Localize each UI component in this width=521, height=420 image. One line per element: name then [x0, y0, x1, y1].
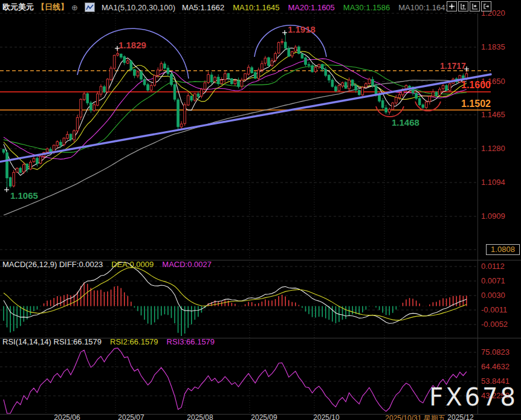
date-label: 2025/07	[118, 413, 144, 420]
forex-chart-app: 欧元美元 【日线】 ⊕ MA1(5,10,20,30,100) MA5:1.16…	[0, 0, 521, 420]
ma-value-label: MA20:1.1605	[288, 3, 335, 12]
price-annotation: 1.1829	[118, 40, 146, 50]
chart-toolbar	[447, 1, 491, 11]
date-label: 2025/10/31 星期五	[385, 413, 445, 420]
axis-label: -0.0011	[481, 305, 507, 314]
ma-value-label: MA30:1.1586	[343, 3, 390, 12]
macd-panel	[4, 262, 467, 336]
move-icon[interactable]	[447, 1, 457, 11]
axis-label: 0.0030	[481, 291, 505, 300]
chart-title-bar: 欧元美元 【日线】 ⊕ MA1(5,10,20,30,100) MA5:1.16…	[2, 2, 450, 13]
exit-chart-icon[interactable]	[481, 1, 491, 11]
scale-x-axis-icon[interactable]	[470, 1, 480, 11]
period-label[interactable]: 【日线】	[37, 2, 68, 13]
macd-diff-line	[4, 262, 467, 323]
rsi-header: RSI(14,14,14) RSI1:66.1579RSI2:66.1579RS…	[2, 337, 215, 346]
circle-plus-icon[interactable]: ⊕	[71, 3, 78, 12]
axis-label: 1.1280	[481, 144, 505, 153]
price-annotation: 1.1065	[10, 190, 38, 201]
date-label: 2025/12	[447, 413, 473, 420]
indicator-header-segment: RSI(14,14,14) RSI1:66.1579	[2, 337, 102, 346]
price-annotation: 1.1468	[392, 117, 419, 128]
axis-label: 1.1835	[481, 42, 505, 51]
axis-label: 0.0112	[481, 262, 505, 271]
indicator-header-segment: RSI3:66.1579	[167, 337, 215, 346]
axis-label: 1.1465	[481, 110, 505, 119]
ma-settings-label[interactable]: MA1(5,10,20,30,100)	[102, 3, 175, 12]
axis-boxed-label[interactable]: 1.0808	[486, 244, 520, 255]
date-label: 2025/10	[313, 413, 339, 420]
macd-header: MACD(26,12,9) DIFF:0.0023DEA:0.0009MACD:…	[2, 260, 212, 269]
indicator-header-segment: DEA:0.0009	[111, 260, 154, 269]
crosshair-marker	[4, 187, 9, 192]
ma-values-group: MA5:1.1662MA10:1.1645MA20:1.1605MA30:1.1…	[182, 3, 450, 12]
axis-label: -0.0052	[481, 320, 508, 329]
date-label: 2025/06	[54, 413, 80, 420]
ma20-line	[4, 59, 467, 159]
ma-value-label: MA5:1.1662	[182, 3, 224, 12]
indicator-header-segment: MACD(26,12,9) DIFF:0.0023	[2, 260, 103, 269]
fx678-watermark: FX678	[429, 383, 518, 411]
scale-y-axis-icon[interactable]	[458, 1, 468, 11]
mini-chart-glyph	[86, 4, 94, 11]
rsi-line	[4, 348, 467, 413]
ma5-line	[4, 48, 467, 176]
indicator-header-segment: RSI2:66.1579	[110, 337, 158, 346]
axis-label: 75.0823	[481, 347, 510, 357]
macd-dea-line	[4, 268, 467, 320]
price-annotation: 1.1918	[288, 24, 316, 34]
date-label: 2025/08	[187, 413, 213, 420]
ma-value-label: MA100:1.1641	[398, 3, 450, 12]
price-annotation: 1.1717	[440, 61, 466, 71]
axis-label: 0.0071	[481, 276, 505, 285]
axis-label: 64.4632	[481, 362, 510, 371]
price-annotation: 1.1502	[461, 99, 491, 109]
crosshair-marker	[282, 30, 287, 35]
ma-value-label: MA10:1.1645	[233, 3, 279, 12]
chart-type-icon[interactable]	[85, 2, 95, 12]
axis-label: 1.1094	[481, 178, 505, 187]
date-label: 2025/09	[251, 413, 277, 420]
price-annotation: 1.1600	[461, 80, 491, 91]
axis-label: 1.0909	[481, 212, 505, 221]
rsi-panel	[4, 348, 467, 413]
symbol-name: 欧元美元	[2, 2, 34, 13]
indicator-header-segment: MACD:0.0027	[162, 260, 212, 269]
